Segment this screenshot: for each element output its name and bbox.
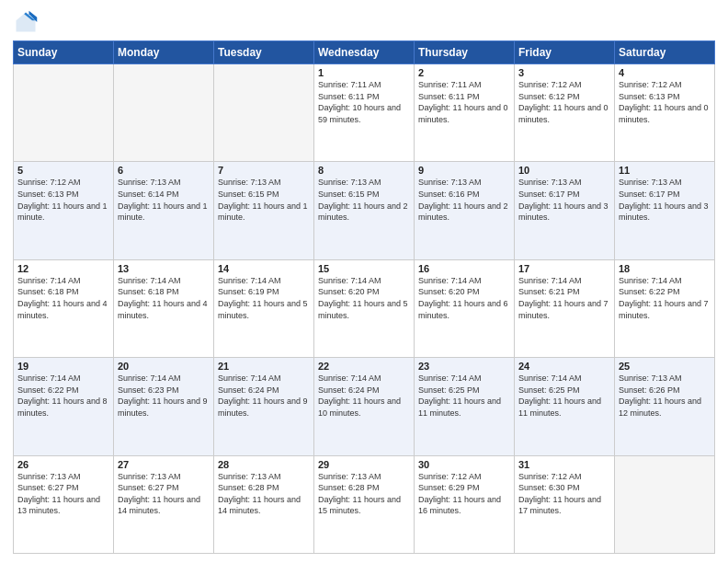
day-number: 9 xyxy=(418,165,510,176)
day-info: Sunrise: 7:13 AM Sunset: 6:28 PM Dayligh… xyxy=(318,471,410,517)
calendar-cell: 17Sunrise: 7:14 AM Sunset: 6:21 PM Dayli… xyxy=(515,259,615,357)
calendar-cell xyxy=(615,455,715,553)
day-info: Sunrise: 7:13 AM Sunset: 6:27 PM Dayligh… xyxy=(118,471,210,517)
day-number: 11 xyxy=(619,165,711,176)
calendar-cell: 14Sunrise: 7:14 AM Sunset: 6:19 PM Dayli… xyxy=(214,259,314,357)
header xyxy=(13,9,715,35)
calendar-week-3: 12Sunrise: 7:14 AM Sunset: 6:18 PM Dayli… xyxy=(14,259,715,357)
day-info: Sunrise: 7:14 AM Sunset: 6:23 PM Dayligh… xyxy=(118,373,210,419)
day-number: 2 xyxy=(418,67,510,78)
calendar-cell: 1Sunrise: 7:11 AM Sunset: 6:11 PM Daylig… xyxy=(314,64,415,162)
calendar-cell xyxy=(214,64,314,162)
calendar-cell xyxy=(114,64,214,162)
day-number: 27 xyxy=(118,459,210,470)
calendar-cell: 27Sunrise: 7:13 AM Sunset: 6:27 PM Dayli… xyxy=(114,455,214,553)
day-info: Sunrise: 7:11 AM Sunset: 6:11 PM Dayligh… xyxy=(318,79,410,125)
day-number: 16 xyxy=(418,263,510,274)
day-info: Sunrise: 7:12 AM Sunset: 6:30 PM Dayligh… xyxy=(518,471,610,517)
calendar-cell: 23Sunrise: 7:14 AM Sunset: 6:25 PM Dayli… xyxy=(415,358,515,455)
day-number: 22 xyxy=(318,361,410,372)
calendar-cell: 3Sunrise: 7:12 AM Sunset: 6:12 PM Daylig… xyxy=(515,64,615,162)
day-number: 19 xyxy=(17,361,109,372)
calendar-cell: 16Sunrise: 7:14 AM Sunset: 6:20 PM Dayli… xyxy=(415,259,515,357)
page: SundayMondayTuesdayWednesdayThursdayFrid… xyxy=(0,0,728,563)
day-number: 24 xyxy=(518,361,610,372)
day-number: 1 xyxy=(318,67,410,78)
calendar-cell: 9Sunrise: 7:13 AM Sunset: 6:16 PM Daylig… xyxy=(415,162,515,259)
calendar-header-friday: Friday xyxy=(515,41,615,64)
calendar-cell: 13Sunrise: 7:14 AM Sunset: 6:18 PM Dayli… xyxy=(114,259,214,357)
logo xyxy=(13,9,42,35)
day-number: 25 xyxy=(619,361,711,372)
day-number: 21 xyxy=(218,361,310,372)
calendar-cell: 31Sunrise: 7:12 AM Sunset: 6:30 PM Dayli… xyxy=(515,455,615,553)
day-info: Sunrise: 7:14 AM Sunset: 6:25 PM Dayligh… xyxy=(418,373,510,419)
calendar-header-wednesday: Wednesday xyxy=(314,41,415,64)
day-number: 6 xyxy=(118,165,210,176)
day-info: Sunrise: 7:14 AM Sunset: 6:22 PM Dayligh… xyxy=(17,373,109,419)
calendar-cell: 26Sunrise: 7:13 AM Sunset: 6:27 PM Dayli… xyxy=(14,455,114,553)
calendar-week-2: 5Sunrise: 7:12 AM Sunset: 6:13 PM Daylig… xyxy=(14,162,715,259)
day-info: Sunrise: 7:13 AM Sunset: 6:16 PM Dayligh… xyxy=(418,177,510,223)
day-info: Sunrise: 7:13 AM Sunset: 6:26 PM Dayligh… xyxy=(619,373,711,419)
calendar-cell: 30Sunrise: 7:12 AM Sunset: 6:29 PM Dayli… xyxy=(415,455,515,553)
day-number: 31 xyxy=(518,459,610,470)
day-number: 10 xyxy=(518,165,610,176)
day-info: Sunrise: 7:13 AM Sunset: 6:27 PM Dayligh… xyxy=(17,471,109,517)
calendar-cell: 24Sunrise: 7:14 AM Sunset: 6:25 PM Dayli… xyxy=(515,358,615,455)
day-info: Sunrise: 7:13 AM Sunset: 6:15 PM Dayligh… xyxy=(218,177,310,223)
calendar-cell: 2Sunrise: 7:11 AM Sunset: 6:11 PM Daylig… xyxy=(415,64,515,162)
calendar-cell: 11Sunrise: 7:13 AM Sunset: 6:17 PM Dayli… xyxy=(615,162,715,259)
calendar-cell: 8Sunrise: 7:13 AM Sunset: 6:15 PM Daylig… xyxy=(314,162,415,259)
calendar-header-saturday: Saturday xyxy=(615,41,715,64)
day-info: Sunrise: 7:14 AM Sunset: 6:22 PM Dayligh… xyxy=(619,275,711,321)
calendar-cell: 21Sunrise: 7:14 AM Sunset: 6:24 PM Dayli… xyxy=(214,358,314,455)
calendar-cell: 7Sunrise: 7:13 AM Sunset: 6:15 PM Daylig… xyxy=(214,162,314,259)
day-info: Sunrise: 7:13 AM Sunset: 6:15 PM Dayligh… xyxy=(318,177,410,223)
day-info: Sunrise: 7:14 AM Sunset: 6:20 PM Dayligh… xyxy=(418,275,510,321)
day-number: 18 xyxy=(619,263,711,274)
calendar-week-5: 26Sunrise: 7:13 AM Sunset: 6:27 PM Dayli… xyxy=(14,455,715,553)
day-info: Sunrise: 7:12 AM Sunset: 6:13 PM Dayligh… xyxy=(619,79,711,125)
calendar-header-monday: Monday xyxy=(114,41,214,64)
calendar-week-4: 19Sunrise: 7:14 AM Sunset: 6:22 PM Dayli… xyxy=(14,358,715,455)
calendar-cell xyxy=(14,64,114,162)
day-number: 23 xyxy=(418,361,510,372)
day-info: Sunrise: 7:14 AM Sunset: 6:19 PM Dayligh… xyxy=(218,275,310,321)
day-info: Sunrise: 7:12 AM Sunset: 6:13 PM Dayligh… xyxy=(17,177,109,223)
calendar-cell: 6Sunrise: 7:13 AM Sunset: 6:14 PM Daylig… xyxy=(114,162,214,259)
day-info: Sunrise: 7:13 AM Sunset: 6:17 PM Dayligh… xyxy=(518,177,610,223)
day-info: Sunrise: 7:13 AM Sunset: 6:14 PM Dayligh… xyxy=(118,177,210,223)
calendar-cell: 29Sunrise: 7:13 AM Sunset: 6:28 PM Dayli… xyxy=(314,455,415,553)
calendar-table: SundayMondayTuesdayWednesdayThursdayFrid… xyxy=(13,40,715,554)
day-number: 20 xyxy=(118,361,210,372)
day-number: 26 xyxy=(17,459,109,470)
calendar-header-sunday: Sunday xyxy=(14,41,114,64)
day-info: Sunrise: 7:14 AM Sunset: 6:18 PM Dayligh… xyxy=(17,275,109,321)
day-info: Sunrise: 7:13 AM Sunset: 6:17 PM Dayligh… xyxy=(619,177,711,223)
calendar-cell: 19Sunrise: 7:14 AM Sunset: 6:22 PM Dayli… xyxy=(14,358,114,455)
day-info: Sunrise: 7:14 AM Sunset: 6:20 PM Dayligh… xyxy=(318,275,410,321)
day-info: Sunrise: 7:14 AM Sunset: 6:18 PM Dayligh… xyxy=(118,275,210,321)
day-info: Sunrise: 7:12 AM Sunset: 6:29 PM Dayligh… xyxy=(418,471,510,517)
calendar-cell: 12Sunrise: 7:14 AM Sunset: 6:18 PM Dayli… xyxy=(14,259,114,357)
day-info: Sunrise: 7:11 AM Sunset: 6:11 PM Dayligh… xyxy=(418,79,510,125)
calendar-cell: 5Sunrise: 7:12 AM Sunset: 6:13 PM Daylig… xyxy=(14,162,114,259)
day-info: Sunrise: 7:14 AM Sunset: 6:24 PM Dayligh… xyxy=(218,373,310,419)
day-info: Sunrise: 7:14 AM Sunset: 6:21 PM Dayligh… xyxy=(518,275,610,321)
day-info: Sunrise: 7:12 AM Sunset: 6:12 PM Dayligh… xyxy=(518,79,610,125)
day-number: 15 xyxy=(318,263,410,274)
calendar-week-1: 1Sunrise: 7:11 AM Sunset: 6:11 PM Daylig… xyxy=(14,64,715,162)
day-info: Sunrise: 7:14 AM Sunset: 6:25 PM Dayligh… xyxy=(518,373,610,419)
day-number: 12 xyxy=(17,263,109,274)
calendar-header-row: SundayMondayTuesdayWednesdayThursdayFrid… xyxy=(14,41,715,64)
calendar-cell: 15Sunrise: 7:14 AM Sunset: 6:20 PM Dayli… xyxy=(314,259,415,357)
day-info: Sunrise: 7:13 AM Sunset: 6:28 PM Dayligh… xyxy=(218,471,310,517)
day-number: 3 xyxy=(518,67,610,78)
day-number: 30 xyxy=(418,459,510,470)
day-number: 13 xyxy=(118,263,210,274)
calendar-cell: 4Sunrise: 7:12 AM Sunset: 6:13 PM Daylig… xyxy=(615,64,715,162)
day-number: 29 xyxy=(318,459,410,470)
day-info: Sunrise: 7:14 AM Sunset: 6:24 PM Dayligh… xyxy=(318,373,410,419)
day-number: 8 xyxy=(318,165,410,176)
